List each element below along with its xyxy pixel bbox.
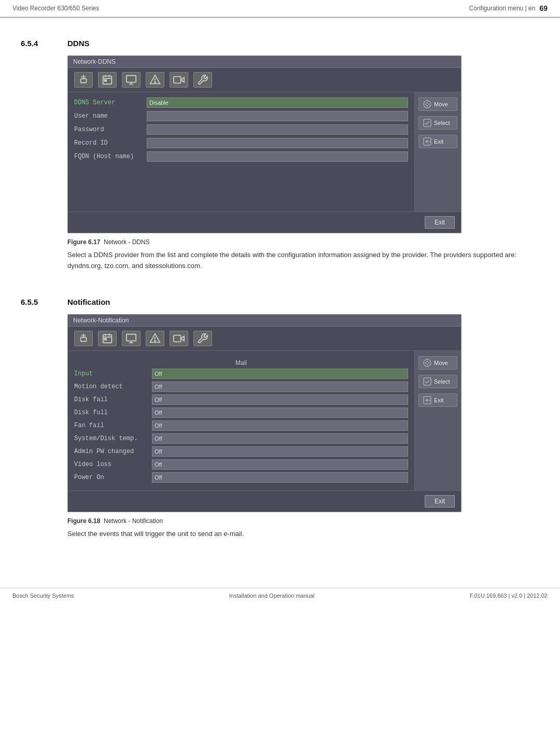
- ddns-server-value[interactable]: Disable: [147, 97, 408, 108]
- ddns-password-label: Password: [74, 126, 147, 133]
- svg-point-38: [155, 340, 156, 341]
- svg-rect-45: [424, 378, 431, 385]
- notif-diskfull-value[interactable]: Off: [152, 407, 408, 418]
- ddns-username-value[interactable]: [147, 111, 408, 121]
- notif-enter-icon: [423, 377, 431, 386]
- svg-marker-43: [425, 362, 426, 364]
- ddns-select-button[interactable]: Select: [418, 116, 457, 130]
- notif-input-value[interactable]: Off: [152, 369, 408, 379]
- svg-point-14: [155, 82, 156, 83]
- ddns-password-value[interactable]: [147, 124, 408, 135]
- notif-fanfail-value[interactable]: Off: [152, 420, 408, 431]
- notif-systemp-label: System/Disk temp.: [74, 435, 152, 442]
- notif-move-label: Move: [434, 360, 448, 366]
- footer-left: Bosch Security Systems: [12, 593, 74, 599]
- header-right: Configuration menu | en 69: [469, 4, 548, 12]
- svg-rect-15: [174, 77, 181, 83]
- notif-exit-sidebar-button[interactable]: Exit: [418, 393, 457, 407]
- svg-rect-33: [127, 334, 136, 341]
- ddns-move-button[interactable]: Move: [418, 97, 457, 111]
- notification-description: Select the events that will trigger the …: [67, 529, 539, 540]
- notif-fanfail-row: Fan fail Off: [74, 420, 408, 431]
- svg-rect-21: [424, 119, 431, 126]
- notif-move-button[interactable]: Move: [418, 356, 457, 370]
- section-654-content: DDNS Network-DDNS: [67, 39, 539, 282]
- header-page-number: 69: [539, 4, 548, 12]
- notif-select-label: Select: [434, 378, 450, 385]
- ddns-recordid-label: Record ID: [74, 139, 147, 147]
- ddns-exit-button[interactable]: Exit: [418, 135, 457, 148]
- svg-marker-18: [426, 105, 428, 107]
- header-section-label: Configuration menu | en: [469, 5, 536, 12]
- notif-toolbar-camera-icon[interactable]: [170, 331, 188, 346]
- notif-toolbar-plug-icon[interactable]: [74, 331, 93, 346]
- ddns-move-label: Move: [434, 101, 448, 107]
- notif-input-row: Input Off: [74, 369, 408, 379]
- notif-select-button[interactable]: Select: [418, 375, 457, 388]
- notif-toolbar-alert-icon[interactable]: [146, 331, 164, 346]
- section-655-title: Notification: [67, 298, 539, 306]
- notif-adminpw-value[interactable]: Off: [152, 446, 408, 457]
- notif-videoloss-value[interactable]: Off: [152, 459, 408, 470]
- section-655-number: 6.5.5: [21, 298, 57, 306]
- ddns-select-label: Select: [434, 120, 450, 126]
- svg-rect-0: [81, 79, 87, 82]
- notif-diskfull-label: Disk full: [74, 409, 152, 416]
- svg-rect-9: [127, 76, 136, 82]
- section-655-left: 6.5.5: [21, 298, 57, 550]
- notification-sidebar: Move Select: [414, 351, 461, 490]
- ddns-exit-sidebar-label: Exit: [434, 138, 443, 145]
- notification-figure-label: Figure 6.18: [67, 517, 100, 525]
- notif-diskfull-row: Disk full Off: [74, 407, 408, 418]
- notif-videoloss-label: Video loss: [74, 461, 152, 468]
- notification-toolbar: [68, 327, 461, 351]
- main-content: 6.5.4 DDNS Network-DDNS: [0, 26, 560, 577]
- ddns-exit-btn[interactable]: Exit: [425, 216, 455, 229]
- exit-icon: [423, 137, 431, 146]
- ddns-figure-label: Figure 6.17: [67, 238, 100, 246]
- section-655: 6.5.5 Notification Network-Notification: [21, 298, 539, 550]
- ddns-panel: Network-DDNS: [67, 55, 461, 233]
- section-654-title: DDNS: [67, 39, 539, 48]
- notif-poweron-label: Power On: [74, 474, 152, 481]
- toolbar-calendar-icon[interactable]: [98, 72, 117, 88]
- toolbar-alert-icon[interactable]: [146, 72, 164, 88]
- page-footer: Bosch Security Systems Installation and …: [0, 588, 560, 603]
- toolbar-plug-icon[interactable]: [74, 72, 93, 88]
- notif-systemp-value[interactable]: Off: [152, 433, 408, 444]
- footer-center: Installation and Operation manual: [229, 593, 315, 599]
- notif-motion-label: Motion detect: [74, 383, 152, 390]
- notification-panel-footer: Exit: [68, 490, 461, 512]
- ddns-panel-footer: Exit: [68, 212, 461, 233]
- notif-toolbar-calendar-icon[interactable]: [98, 331, 117, 346]
- notif-videoloss-row: Video loss Off: [74, 459, 408, 470]
- notif-motion-value[interactable]: Off: [152, 382, 408, 392]
- svg-rect-8: [105, 80, 107, 81]
- notif-toolbar-monitor-icon[interactable]: [122, 331, 141, 346]
- mail-center-label: Mail: [74, 356, 408, 369]
- notif-diskfail-label: Disk fail: [74, 396, 152, 403]
- notif-poweron-row: Power On Off: [74, 472, 408, 483]
- svg-rect-39: [174, 335, 181, 342]
- notif-diskfail-value[interactable]: Off: [152, 394, 408, 405]
- notification-exit-btn[interactable]: Exit: [425, 495, 455, 508]
- notif-adminpw-row: Admin PW changed Off: [74, 446, 408, 457]
- page-header: Video Recorder 630/650 Series Configurat…: [0, 0, 560, 17]
- notif-move-icon: [423, 359, 431, 367]
- ddns-recordid-value[interactable]: [147, 138, 408, 148]
- toolbar-camera-icon[interactable]: [170, 72, 188, 88]
- enter-icon: [423, 119, 431, 127]
- toolbar-monitor-icon[interactable]: [122, 72, 141, 88]
- svg-marker-42: [426, 364, 428, 365]
- toolbar-wrench-icon[interactable]: [193, 72, 212, 88]
- svg-marker-20: [428, 103, 430, 105]
- notif-poweron-value[interactable]: Off: [152, 472, 408, 483]
- notif-toolbar-wrench-icon[interactable]: [193, 331, 212, 346]
- ddns-panel-titlebar: Network-DDNS: [68, 56, 461, 68]
- ddns-recordid-row: Record ID: [74, 138, 408, 148]
- notif-adminpw-label: Admin PW changed: [74, 448, 152, 455]
- section-654: 6.5.4 DDNS Network-DDNS: [21, 39, 539, 282]
- section-654-left: 6.5.4: [21, 39, 57, 282]
- ddns-fqdn-value[interactable]: [147, 151, 408, 162]
- ddns-username-row: User name: [74, 111, 408, 121]
